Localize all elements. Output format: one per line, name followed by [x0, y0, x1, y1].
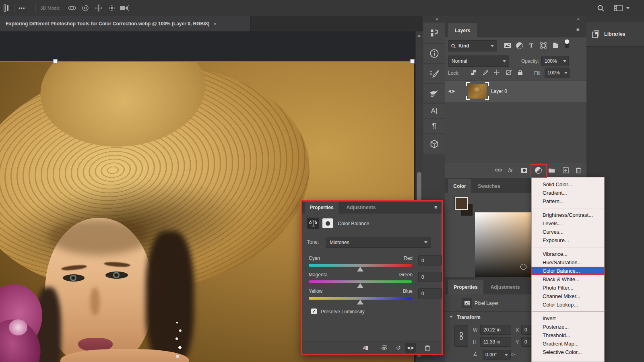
- blend-mode-select[interactable]: Normal: [448, 56, 509, 67]
- filter-image-icon[interactable]: [503, 41, 512, 50]
- filter-toggle-switch[interactable]: [562, 40, 571, 49]
- menu-item[interactable]: Threshold...: [532, 331, 604, 339]
- menu-item[interactable]: Channel Mixer...: [532, 292, 604, 300]
- tab-swatches[interactable]: Swatches: [474, 179, 504, 193]
- transform-handle[interactable]: [410, 59, 415, 64]
- transform-handle[interactable]: [53, 59, 58, 64]
- roll-3d-icon[interactable]: [80, 2, 91, 14]
- filter-adjustment-icon[interactable]: [515, 41, 524, 50]
- lock-position-icon[interactable]: [492, 68, 501, 77]
- brushes-panel-icon[interactable]: [423, 84, 445, 103]
- menu-item[interactable]: Solid Color...: [532, 180, 604, 189]
- fill-select[interactable]: 100%: [545, 68, 570, 78]
- scroll-up-arrow-icon[interactable]: [417, 35, 421, 37]
- tab-adjustments[interactable]: Adjustments: [487, 280, 524, 294]
- filter-type-icon[interactable]: T: [527, 41, 536, 50]
- collapse-left-icon[interactable]: «: [436, 16, 438, 21]
- properties-panel-icon[interactable]: [423, 23, 445, 43]
- paragraph-panel-icon[interactable]: ¶: [423, 119, 445, 133]
- orbit-3d-icon[interactable]: [66, 2, 78, 14]
- expand-right-icon[interactable]: »: [577, 16, 580, 21]
- height-field[interactable]: 11.33 in: [480, 337, 511, 347]
- menu-item[interactable]: Gradient...: [532, 189, 604, 197]
- rotation-select[interactable]: 0.00°: [483, 350, 503, 360]
- flip-horizontal-icon[interactable]: ▷: [512, 352, 515, 357]
- magenta-green-value-field[interactable]: 0: [418, 272, 442, 282]
- document-tab[interactable]: Exploring Different Photoshop Tools for …: [0, 16, 251, 31]
- cyan-red-value-field[interactable]: 0: [418, 255, 442, 265]
- lock-pixels-icon[interactable]: [480, 68, 489, 77]
- slide-3d-icon[interactable]: [106, 2, 118, 14]
- menu-item[interactable]: Selective Color...: [532, 348, 604, 356]
- magenta-green-slider-track[interactable]: [309, 280, 412, 283]
- add-layer-mask-icon[interactable]: [520, 166, 528, 175]
- floating-tab-properties[interactable]: Properties: [305, 202, 339, 214]
- menu-item[interactable]: Posterize...: [532, 323, 604, 331]
- toggle-visibility-eye-icon[interactable]: [405, 343, 416, 353]
- menu-item[interactable]: Invert: [532, 314, 604, 323]
- reset-adjustment-icon[interactable]: ↺: [393, 343, 404, 353]
- delete-adjustment-trash-icon[interactable]: [422, 343, 433, 353]
- tab-color[interactable]: Color: [448, 179, 471, 193]
- tab-layers[interactable]: Layers: [448, 23, 477, 37]
- layer-thumbnail[interactable]: [468, 84, 487, 99]
- yellow-blue-slider-track[interactable]: [309, 297, 412, 300]
- adjustment-mask-thumbnail[interactable]: [322, 218, 333, 228]
- character-panel-icon[interactable]: A|: [423, 104, 445, 118]
- layer-name[interactable]: Layer 0: [491, 88, 507, 94]
- workspace-switcher-icon[interactable]: [613, 2, 624, 14]
- lock-transparency-icon[interactable]: [469, 68, 478, 77]
- magenta-green-slider-thumb[interactable]: [357, 283, 363, 288]
- view-previous-state-icon[interactable]: [379, 343, 389, 353]
- layers-menu-icon[interactable]: ≡: [576, 27, 580, 33]
- transform-collapse-chevron[interactable]: [450, 316, 453, 318]
- camera-3d-icon[interactable]: [119, 2, 130, 14]
- tab-properties[interactable]: Properties: [448, 280, 483, 294]
- brush-settings-panel-icon[interactable]: [423, 64, 445, 83]
- delete-layer-trash-icon[interactable]: [574, 166, 583, 175]
- floating-panel-menu-icon[interactable]: ≡: [434, 204, 438, 210]
- info-panel-icon[interactable]: [423, 44, 445, 63]
- 3d-panel-icon[interactable]: [423, 134, 445, 154]
- menu-item[interactable]: Black & White...: [532, 275, 604, 284]
- more-options-button[interactable]: •••: [19, 5, 25, 11]
- menu-item-color-balance-highlighted[interactable]: Color Balance...: [532, 267, 604, 275]
- close-tab-icon[interactable]: ×: [213, 21, 217, 27]
- menu-item[interactable]: Photo Filter...: [532, 284, 604, 292]
- filter-smart-object-icon[interactable]: [551, 41, 560, 50]
- menu-item[interactable]: Exposure...: [532, 236, 604, 245]
- link-layers-icon[interactable]: [494, 166, 503, 175]
- layer-visibility-eye-icon[interactable]: [447, 87, 456, 96]
- floating-tab-adjustments[interactable]: Adjustments: [342, 202, 380, 214]
- rotation-chevron[interactable]: [502, 350, 511, 360]
- menu-item[interactable]: Gradient Map...: [532, 339, 604, 348]
- menu-item[interactable]: Brightness/Contrast...: [532, 211, 604, 219]
- tone-select[interactable]: Midtones: [326, 237, 431, 248]
- constrain-proportions-chain-icon[interactable]: [454, 325, 468, 347]
- layer-row[interactable]: Layer 0: [445, 80, 586, 103]
- menu-item[interactable]: Pattern...: [532, 197, 604, 206]
- layer-filter-select[interactable]: Kind: [448, 40, 497, 51]
- preserve-luminosity-checkbox[interactable]: ✓: [311, 309, 317, 314]
- width-field[interactable]: 20.22 in: [480, 325, 511, 335]
- layer-styles-fx-icon[interactable]: fx: [506, 166, 515, 175]
- new-group-folder-icon[interactable]: [547, 166, 556, 175]
- cyan-red-slider-track[interactable]: [309, 264, 412, 267]
- menu-item[interactable]: Levels...: [532, 219, 604, 228]
- opacity-select[interactable]: 100%: [541, 56, 569, 66]
- filter-shape-icon[interactable]: [539, 41, 548, 50]
- menu-item[interactable]: Curves...: [532, 228, 604, 236]
- color-picker-cursor[interactable]: [520, 264, 526, 270]
- foreground-color-swatch[interactable]: [455, 197, 468, 210]
- cyan-red-slider-thumb[interactable]: [357, 267, 363, 272]
- yellow-blue-value-field[interactable]: 0: [418, 288, 442, 298]
- chevron-down-icon[interactable]: [626, 7, 630, 9]
- menu-item[interactable]: Hue/Saturation...: [532, 258, 604, 267]
- search-icon[interactable]: [595, 2, 606, 14]
- tab-libraries[interactable]: Libraries: [586, 22, 644, 47]
- menu-item[interactable]: Vibrance...: [532, 250, 604, 258]
- lock-all-icon[interactable]: [516, 68, 524, 77]
- lock-artboard-icon[interactable]: [504, 68, 513, 77]
- menu-item[interactable]: Color Lookup...: [532, 300, 604, 309]
- yellow-blue-slider-thumb[interactable]: [357, 300, 363, 304]
